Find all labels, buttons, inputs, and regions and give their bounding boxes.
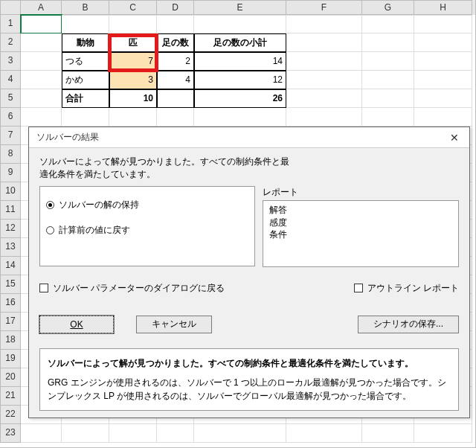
row-header[interactable]: 5 bbox=[0, 89, 21, 108]
cell[interactable]: 10 bbox=[109, 89, 157, 108]
cell[interactable] bbox=[109, 108, 157, 127]
col-header-C[interactable]: C bbox=[109, 0, 157, 15]
cell[interactable] bbox=[62, 424, 109, 443]
row-header[interactable]: 18 bbox=[0, 331, 21, 350]
report-item-limits[interactable]: 条件 bbox=[269, 228, 452, 241]
cell[interactable] bbox=[414, 108, 472, 127]
row-header[interactable]: 9 bbox=[0, 164, 21, 182]
row-header[interactable]: 10 bbox=[0, 182, 21, 201]
cell[interactable]: 3 bbox=[109, 71, 157, 89]
select-all-corner[interactable] bbox=[0, 0, 21, 15]
cell[interactable]: 足の数の小計 bbox=[194, 33, 286, 52]
cell[interactable] bbox=[21, 15, 62, 33]
row-header[interactable]: 12 bbox=[0, 220, 21, 238]
cell[interactable] bbox=[286, 108, 362, 127]
save-scenario-button[interactable]: シナリオの保存... bbox=[358, 316, 459, 333]
cell[interactable] bbox=[157, 108, 194, 127]
cell[interactable] bbox=[414, 52, 472, 71]
cell[interactable]: 14 bbox=[194, 52, 286, 71]
row-header[interactable]: 11 bbox=[0, 201, 21, 220]
cell[interactable] bbox=[286, 15, 362, 33]
dialog-titlebar[interactable]: ソルバーの結果 ✕ bbox=[29, 127, 469, 148]
cell[interactable] bbox=[414, 424, 472, 443]
row-header[interactable]: 7 bbox=[0, 127, 21, 145]
checkbox-return-to-params[interactable]: ソルバー パラメーターのダイアログに戻る bbox=[39, 282, 225, 295]
cell[interactable] bbox=[414, 89, 472, 108]
cell[interactable] bbox=[362, 71, 414, 89]
cell[interactable]: 7 bbox=[109, 52, 157, 71]
cell[interactable] bbox=[62, 15, 109, 33]
cell[interactable] bbox=[21, 71, 62, 89]
cell[interactable]: 26 bbox=[194, 89, 286, 108]
cell[interactable] bbox=[21, 108, 62, 127]
close-icon[interactable]: ✕ bbox=[444, 129, 465, 146]
cell[interactable] bbox=[286, 52, 362, 71]
cell[interactable] bbox=[21, 33, 62, 52]
cell[interactable] bbox=[21, 52, 62, 71]
cell[interactable] bbox=[362, 89, 414, 108]
cell[interactable]: 4 bbox=[157, 71, 194, 89]
row-header[interactable]: 3 bbox=[0, 52, 21, 71]
cell[interactable] bbox=[21, 89, 62, 108]
col-header-D[interactable]: D bbox=[157, 0, 194, 15]
cell[interactable] bbox=[109, 424, 157, 443]
cell[interactable] bbox=[362, 15, 414, 33]
col-header-G[interactable]: G bbox=[362, 0, 414, 15]
cell[interactable] bbox=[157, 15, 194, 33]
checkbox-outline-report[interactable]: アウトライン レポート bbox=[354, 282, 459, 295]
cell[interactable] bbox=[109, 15, 157, 33]
radio-keep-solution[interactable]: ソルバーの解の保持 bbox=[46, 197, 248, 214]
row-header[interactable]: 2 bbox=[0, 33, 21, 52]
cell[interactable] bbox=[21, 424, 62, 443]
cell[interactable]: 合計 bbox=[62, 89, 109, 108]
cell[interactable] bbox=[286, 89, 362, 108]
report-item-sensitivity[interactable]: 感度 bbox=[269, 217, 452, 229]
cell[interactable] bbox=[194, 108, 286, 127]
row-header[interactable]: 22 bbox=[0, 406, 21, 424]
cell[interactable]: かめ bbox=[62, 71, 109, 89]
cell[interactable] bbox=[62, 108, 109, 127]
row-header[interactable]: 8 bbox=[0, 145, 21, 164]
cell[interactable] bbox=[414, 15, 472, 33]
col-header-F[interactable]: F bbox=[286, 0, 362, 15]
col-header-H[interactable]: H bbox=[414, 0, 472, 15]
cell[interactable]: 足の数 bbox=[157, 33, 194, 52]
radio-revert-values[interactable]: 計算前の値に戻す bbox=[46, 223, 248, 239]
cell[interactable] bbox=[194, 15, 286, 33]
report-item-answer[interactable]: 解答 bbox=[269, 204, 452, 217]
cell[interactable] bbox=[194, 424, 286, 443]
cell[interactable]: 12 bbox=[194, 71, 286, 89]
row-header[interactable]: 15 bbox=[0, 275, 21, 294]
row-header[interactable]: 17 bbox=[0, 313, 21, 331]
cell[interactable] bbox=[157, 424, 194, 443]
cell[interactable] bbox=[286, 71, 362, 89]
col-header-B[interactable]: B bbox=[62, 0, 109, 15]
row-header[interactable]: 4 bbox=[0, 71, 21, 89]
row-header[interactable]: 14 bbox=[0, 257, 21, 275]
cell[interactable] bbox=[362, 52, 414, 71]
row-header[interactable]: 16 bbox=[0, 294, 21, 313]
row-header[interactable]: 20 bbox=[0, 368, 21, 387]
reports-listbox[interactable]: 解答 感度 条件 bbox=[263, 200, 459, 267]
row-header[interactable]: 23 bbox=[0, 424, 21, 443]
ok-button[interactable]: OK bbox=[39, 316, 114, 333]
row-header[interactable]: 1 bbox=[0, 15, 21, 33]
cell[interactable] bbox=[157, 89, 194, 108]
cell[interactable]: 匹 bbox=[109, 33, 157, 52]
row-header[interactable]: 13 bbox=[0, 238, 21, 257]
cell[interactable] bbox=[286, 424, 362, 443]
cell[interactable]: 動物 bbox=[62, 33, 109, 52]
cell[interactable] bbox=[362, 33, 414, 52]
cell[interactable] bbox=[414, 33, 472, 52]
cell[interactable] bbox=[362, 424, 414, 443]
row-header[interactable]: 19 bbox=[0, 350, 21, 368]
col-header-A[interactable]: A bbox=[21, 0, 62, 15]
cell[interactable]: つる bbox=[62, 52, 109, 71]
cell[interactable] bbox=[286, 33, 362, 52]
row-header[interactable]: 21 bbox=[0, 387, 21, 406]
cell[interactable] bbox=[414, 71, 472, 89]
cancel-button[interactable]: キャンセル bbox=[136, 316, 212, 333]
col-header-E[interactable]: E bbox=[194, 0, 286, 15]
cell[interactable]: 2 bbox=[157, 52, 194, 71]
row-header[interactable]: 6 bbox=[0, 108, 21, 127]
